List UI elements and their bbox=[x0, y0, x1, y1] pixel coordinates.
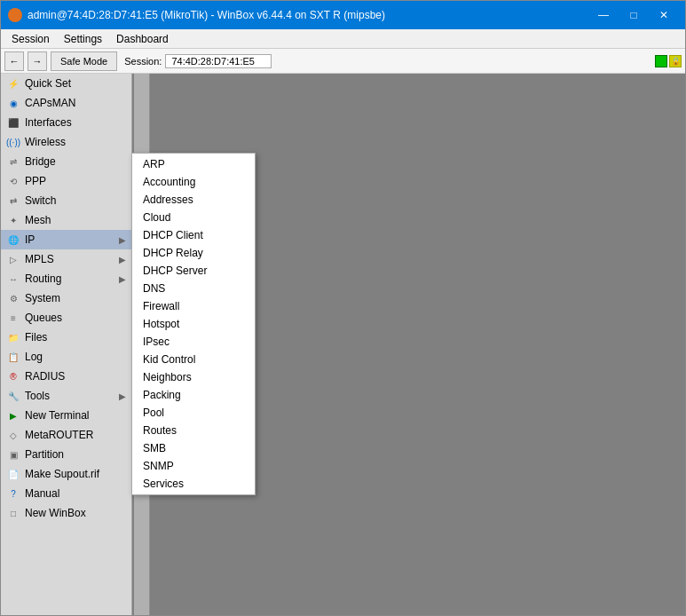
interfaces-icon: ⬛ bbox=[6, 115, 20, 130]
files-icon: 📁 bbox=[6, 330, 20, 344]
back-button[interactable]: ← bbox=[4, 51, 24, 71]
menu-bar: SessionSettingsDashboard bbox=[1, 29, 685, 49]
sidebar-label-new-terminal: New Terminal bbox=[25, 409, 89, 422]
wireless-icon: ((·)) bbox=[6, 135, 20, 149]
dropdown-item-pool[interactable]: Pool bbox=[132, 404, 255, 422]
sidebar-item-routing[interactable]: ↔Routing▶ bbox=[1, 269, 131, 288]
lock-icon: 🔒 bbox=[669, 55, 682, 67]
sidebar-label-system: System bbox=[25, 292, 60, 304]
sidebar-item-interfaces[interactable]: ⬛Interfaces bbox=[1, 113, 131, 132]
sidebar-label-switch: Switch bbox=[25, 194, 56, 207]
menu-item-session[interactable]: Session bbox=[4, 29, 57, 48]
dropdown-item-services[interactable]: Services bbox=[132, 475, 255, 493]
window-title: admin@74:4D:28:D7:41:E5 (MikroTik) - Win… bbox=[28, 9, 584, 21]
sidebar-label-tools: Tools bbox=[25, 390, 50, 402]
sidebar-label-ip: IP bbox=[25, 233, 35, 246]
system-icon: ⚙ bbox=[6, 291, 20, 305]
sidebar-item-bridge[interactable]: ⇌Bridge bbox=[1, 152, 131, 171]
sidebar-label-quick-set: Quick Set bbox=[25, 77, 71, 90]
dropdown-item-dhcp-server[interactable]: DHCP Server bbox=[132, 262, 255, 280]
sidebar-item-tools[interactable]: 🔧Tools▶ bbox=[1, 386, 131, 406]
sidebar-item-manual[interactable]: ?Manual bbox=[1, 484, 131, 503]
sidebar-item-quick-set[interactable]: ⚡Quick Set bbox=[1, 74, 131, 93]
ip-icon: 🌐 bbox=[6, 233, 20, 247]
sidebar-item-system[interactable]: ⚙System bbox=[1, 288, 131, 308]
dropdown-item-accounting[interactable]: Accounting bbox=[132, 173, 255, 191]
dropdown-item-snmp[interactable]: SNMP bbox=[132, 457, 255, 475]
dropdown-item-dns[interactable]: DNS bbox=[132, 280, 255, 297]
sidebar-label-routing: Routing bbox=[25, 272, 61, 285]
close-button[interactable]: ✕ bbox=[650, 6, 678, 24]
sidebar-item-log[interactable]: 📋Log bbox=[1, 347, 131, 367]
sidebar-item-switch[interactable]: ⇄Switch bbox=[1, 191, 131, 210]
sidebar-item-metarouter[interactable]: ◇MetaROUTER bbox=[1, 425, 131, 445]
sidebar-item-new-terminal[interactable]: ▶New Terminal bbox=[1, 406, 131, 425]
main-area: ⚡Quick Set◉CAPsMAN⬛Interfaces((·))Wirele… bbox=[1, 74, 685, 615]
bridge-icon: ⇌ bbox=[6, 154, 20, 169]
dropdown-item-addresses[interactable]: Addresses bbox=[132, 191, 255, 209]
dropdown-item-packing[interactable]: Packing bbox=[132, 386, 255, 404]
session-value: 74:4D:28:D7:41:E5 bbox=[165, 54, 272, 68]
tools-arrow-icon: ▶ bbox=[119, 391, 126, 401]
sidebar-item-files[interactable]: 📁Files bbox=[1, 328, 131, 347]
sidebar-item-mesh[interactable]: ✦Mesh bbox=[1, 210, 131, 230]
sidebar-label-metarouter: MetaROUTER bbox=[25, 429, 93, 441]
switch-icon: ⇄ bbox=[6, 193, 20, 208]
sidebar: ⚡Quick Set◉CAPsMAN⬛Interfaces((·))Wirele… bbox=[1, 74, 132, 615]
sidebar-item-capsman[interactable]: ◉CAPsMAN bbox=[1, 93, 131, 113]
sidebar-label-new-winbox: New WinBox bbox=[25, 507, 86, 519]
sidebar-item-ip[interactable]: 🌐IP▶ bbox=[1, 230, 131, 249]
sidebar-item-mpls[interactable]: ▷MPLS▶ bbox=[1, 249, 131, 269]
sidebar-item-partition[interactable]: ▣Partition bbox=[1, 445, 131, 464]
sidebar-item-ppp[interactable]: ⟲PPP bbox=[1, 171, 131, 191]
sidebar-label-ppp: PPP bbox=[25, 175, 46, 187]
sidebar-item-wireless[interactable]: ((·))Wireless bbox=[1, 132, 131, 152]
app-icon bbox=[8, 8, 22, 22]
sidebar-label-radius: RADIUS bbox=[25, 370, 65, 383]
mesh-icon: ✦ bbox=[6, 213, 20, 227]
ip-arrow-icon: ▶ bbox=[119, 235, 126, 245]
dropdown-item-kid-control[interactable]: Kid Control bbox=[132, 351, 255, 368]
menu-item-settings[interactable]: Settings bbox=[57, 29, 109, 48]
sidebar-item-radius[interactable]: ®RADIUS bbox=[1, 367, 131, 386]
dropdown-item-dhcp-client[interactable]: DHCP Client bbox=[132, 226, 255, 244]
sidebar-label-log: Log bbox=[25, 351, 43, 363]
toolbar-status: 🔒 bbox=[655, 55, 682, 67]
forward-button[interactable]: → bbox=[28, 51, 47, 71]
tools-icon: 🔧 bbox=[6, 389, 20, 403]
queues-icon: ≡ bbox=[6, 311, 20, 325]
safe-mode-button[interactable]: Safe Mode bbox=[51, 51, 117, 71]
routing-arrow-icon: ▶ bbox=[119, 274, 126, 284]
sidebar-label-mesh: Mesh bbox=[25, 214, 51, 226]
maximize-button[interactable]: □ bbox=[619, 6, 648, 24]
sidebar-label-make-supout: Make Supout.rif bbox=[25, 468, 99, 480]
sidebar-label-partition: Partition bbox=[25, 448, 64, 461]
make-supout-icon: 📄 bbox=[6, 467, 20, 481]
sidebar-item-make-supout[interactable]: 📄Make Supout.rif bbox=[1, 464, 131, 484]
new-winbox-icon: □ bbox=[6, 506, 20, 520]
sidebar-item-new-winbox[interactable]: □New WinBox bbox=[1, 503, 131, 523]
partition-icon: ▣ bbox=[6, 447, 20, 462]
menu-item-dashboard[interactable]: Dashboard bbox=[109, 29, 176, 48]
sidebar-label-files: Files bbox=[25, 331, 47, 344]
ppp-icon: ⟲ bbox=[6, 174, 20, 188]
dropdown-item-routes[interactable]: Routes bbox=[132, 422, 255, 439]
sidebar-label-capsman: CAPsMAN bbox=[25, 97, 75, 109]
sidebar-label-bridge: Bridge bbox=[25, 155, 56, 168]
ip-dropdown-menu: ARPAccountingAddressesCloudDHCP ClientDH… bbox=[131, 153, 256, 495]
title-bar: admin@74:4D:28:D7:41:E5 (MikroTik) - Win… bbox=[1, 1, 685, 29]
ip-dropdown: ARPAccountingAddressesCloudDHCP ClientDH… bbox=[131, 153, 256, 495]
dropdown-item-ipsec[interactable]: IPsec bbox=[132, 333, 255, 351]
dropdown-item-hotspot[interactable]: Hotspot bbox=[132, 315, 255, 333]
dropdown-item-dhcp-relay[interactable]: DHCP Relay bbox=[132, 244, 255, 262]
dropdown-item-smb[interactable]: SMB bbox=[132, 439, 255, 457]
dropdown-item-cloud[interactable]: Cloud bbox=[132, 209, 255, 226]
dropdown-item-neighbors[interactable]: Neighbors bbox=[132, 368, 255, 386]
dropdown-item-arp[interactable]: ARP bbox=[132, 155, 255, 173]
sidebar-item-queues[interactable]: ≡Queues bbox=[1, 308, 131, 328]
mpls-arrow-icon: ▶ bbox=[119, 255, 126, 265]
log-icon: 📋 bbox=[6, 350, 20, 364]
mpls-icon: ▷ bbox=[6, 252, 20, 266]
minimize-button[interactable]: — bbox=[589, 6, 618, 24]
dropdown-item-firewall[interactable]: Firewall bbox=[132, 297, 255, 315]
